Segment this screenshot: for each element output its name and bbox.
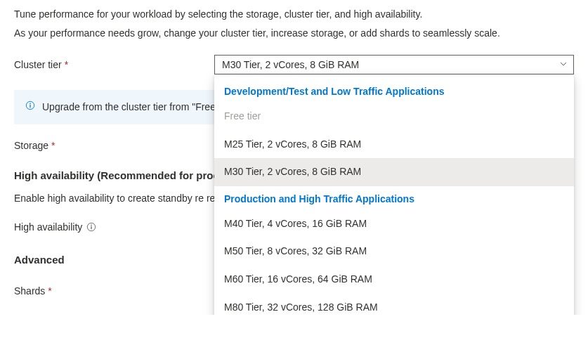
performance-config-panel: Tune performance for your workload by se… — [0, 0, 588, 315]
dropdown-group-prod: Production and High Traffic Applications — [214, 186, 574, 210]
cluster-tier-row: Cluster tier * M30 Tier, 2 vCores, 8 GiB… — [14, 55, 574, 74]
storage-label-wrap: Storage * — [14, 140, 214, 151]
svg-rect-5 — [91, 226, 92, 229]
info-icon — [25, 100, 35, 110]
required-asterisk: * — [48, 285, 51, 297]
shards-label: Shards — [14, 285, 45, 297]
svg-rect-2 — [30, 105, 30, 108]
cluster-tier-input-col: M30 Tier, 2 vCores, 8 GiB RAM Developmen… — [214, 55, 574, 74]
storage-label: Storage — [14, 140, 48, 151]
tier-option-m40[interactable]: M40 Tier, 4 vCores, 16 GiB RAM — [214, 210, 574, 238]
intro-text-1: Tune performance for your workload by se… — [14, 7, 574, 22]
svg-point-1 — [30, 103, 31, 105]
required-asterisk: * — [51, 140, 55, 151]
tier-option-m60[interactable]: M60 Tier, 16 vCores, 64 GiB RAM — [214, 266, 574, 294]
shards-label-wrap: Shards * — [14, 285, 214, 297]
required-asterisk: * — [65, 59, 68, 70]
dropdown-group-dev: Development/Test and Low Traffic Applica… — [214, 79, 574, 103]
tier-option-m30[interactable]: M30 Tier, 2 vCores, 8 GiB RAM — [214, 158, 574, 186]
tier-option-free: Free tier — [214, 103, 574, 131]
cluster-tier-dropdown[interactable]: Development/Test and Low Traffic Applica… — [214, 74, 574, 315]
chevron-down-icon — [559, 56, 568, 74]
intro-text-2: As your performance needs grow, change y… — [14, 26, 574, 41]
ha-label: High availability — [14, 221, 82, 233]
tier-option-m80[interactable]: M80 Tier, 32 vCores, 128 GiB RAM — [214, 294, 574, 315]
svg-point-4 — [91, 225, 92, 226]
cluster-tier-label-wrap: Cluster tier * — [14, 59, 214, 70]
cluster-tier-selected-value: M30 Tier, 2 vCores, 8 GiB RAM — [222, 56, 359, 74]
cluster-tier-select[interactable]: M30 Tier, 2 vCores, 8 GiB RAM — [214, 55, 574, 74]
cluster-tier-label: Cluster tier — [14, 59, 62, 70]
tier-option-m25[interactable]: M25 Tier, 2 vCores, 8 GiB RAM — [214, 131, 574, 159]
tier-option-m50[interactable]: M50 Tier, 8 vCores, 32 GiB RAM — [214, 238, 574, 266]
info-icon[interactable] — [86, 222, 96, 232]
